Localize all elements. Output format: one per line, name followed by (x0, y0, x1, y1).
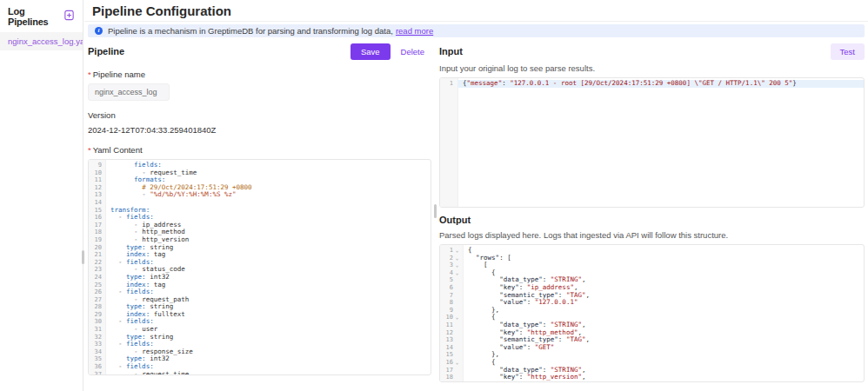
line-number: 29 (89, 311, 105, 319)
pipeline-name-input[interactable]: nginx_access_log (88, 83, 170, 101)
line-number: 16⌄ (440, 359, 463, 367)
fold-arrow-icon[interactable]: ⌄ (454, 262, 460, 269)
version-label: Version (88, 110, 431, 120)
code-line: 15 }, (440, 351, 864, 359)
panel-divider (431, 39, 439, 382)
line-number: 17 (440, 367, 463, 374)
pipeline-name-label-text: Pipeline name (93, 70, 145, 79)
line-number: 13 (89, 191, 105, 199)
line-number: 9 (440, 307, 463, 315)
required-marker: * (88, 70, 91, 79)
line-number: 35 (89, 355, 105, 363)
line-number: 3⌄ (440, 262, 463, 269)
panel-resize-handle[interactable] (434, 204, 437, 218)
pipeline-heading: Pipeline (88, 46, 124, 56)
code-text: [ (463, 262, 864, 269)
code-text: {"message": "127.0.0.1 - root [29/Oct/20… (457, 80, 864, 88)
line-number: 15 (440, 351, 463, 359)
delete-button[interactable]: Delete (394, 43, 431, 60)
line-number: 30 (89, 318, 105, 326)
file-plus-icon (63, 9, 75, 24)
code-text: transform: (105, 207, 431, 215)
required-marker: * (88, 145, 91, 155)
line-number: 32 (89, 334, 105, 341)
line-number: 9 (89, 162, 105, 169)
line-number: 21 (89, 251, 105, 259)
line-number: 17 (89, 222, 105, 229)
code-text: type: string (105, 334, 431, 341)
line-number: 22 (89, 259, 105, 267)
output-editor[interactable]: 1⌄{2⌄ "rows": [3⌄ [4⌄ {5 "data_type": "S… (439, 244, 865, 382)
code-line: 13 - "%d/%b/%Y:%H:%M:%S %z" (89, 191, 431, 199)
output-caption: Parsed logs displayed here. Logs that in… (439, 230, 865, 240)
line-number: 37 (89, 371, 105, 375)
sidebar-header: Log Pipelines (0, 0, 83, 32)
line-number: 16 (89, 214, 105, 222)
line-number: 7 (440, 292, 463, 300)
line-number: 12 (89, 184, 105, 192)
line-number: 11 (440, 321, 463, 329)
yaml-content-label-text: Yaml Content (93, 145, 143, 155)
test-button[interactable]: Test (831, 43, 865, 60)
line-number: 12 (440, 329, 463, 337)
line-number: 1 (440, 80, 457, 88)
line-number: 13 (440, 336, 463, 344)
line-number: 28 (89, 303, 105, 311)
line-number: 6 (440, 284, 463, 292)
fold-arrow-icon[interactable]: ⌄ (454, 359, 460, 367)
output-section-header: Output (439, 210, 865, 229)
line-number: 10⌄ (440, 314, 463, 321)
code-text: }, (463, 307, 864, 315)
input-heading: Input (439, 46, 463, 56)
code-text: }, (463, 351, 864, 359)
new-pipeline-button[interactable] (63, 9, 75, 24)
fold-arrow-icon[interactable]: ⌄ (454, 255, 460, 262)
code-line: 2⌄ "rows": [ (440, 255, 864, 262)
line-number: 27 (89, 296, 105, 304)
line-number: 18 (440, 374, 463, 381)
sidebar-title: Log Pipelines (8, 6, 63, 27)
read-more-link[interactable]: read more (396, 26, 433, 36)
code-line: 37 - request_time (89, 371, 431, 375)
save-button[interactable]: Save (351, 43, 391, 60)
line-number: 8 (440, 299, 463, 307)
code-text: index: fulltext (105, 311, 431, 319)
code-text: "rows": [ (463, 255, 864, 262)
line-number: 1⌄ (440, 247, 463, 255)
line-number: 14 (89, 199, 105, 207)
sidebar-item-nginx-access-log[interactable]: nginx_access_log.yaml (0, 32, 83, 50)
line-number: 10 (89, 169, 105, 177)
line-number: 4⌄ (440, 269, 463, 277)
fold-arrow-icon[interactable]: ⌄ (454, 314, 460, 321)
version-value: 2024-12-12T07:04:33.259401840Z (88, 125, 431, 135)
fold-arrow-icon[interactable]: ⌄ (454, 269, 460, 277)
content-columns: Pipeline Save Delete *Pipeline name ngin… (84, 39, 868, 382)
code-line: 8 "value": "127.0.0.1" (440, 299, 864, 307)
code-line: 1{"message": "127.0.0.1 - root [29/Oct/2… (440, 80, 864, 88)
pipeline-name-label: *Pipeline name (88, 70, 431, 79)
yaml-editor[interactable]: 9 fields:10 - request_time11 formats:12 … (88, 159, 431, 375)
code-text: "value": "GET" (463, 344, 864, 352)
pipeline-actions: Save Delete (351, 43, 431, 60)
line-number: 20 (89, 244, 105, 252)
sidebar-resize-handle[interactable] (82, 250, 84, 264)
code-text: type: int32 (105, 355, 431, 363)
line-number: 33 (89, 341, 105, 348)
input-section-header: Input Test (439, 40, 865, 63)
code-line: 3⌄ [ (440, 262, 864, 269)
line-number: 34 (89, 348, 105, 356)
info-icon: i (95, 27, 103, 35)
code-line: 9 }, (440, 307, 864, 315)
line-number: 24 (89, 274, 105, 282)
pipeline-section-header: Pipeline Save Delete (88, 40, 431, 63)
banner-text: Pipeline is a mechanism in GreptimeDB fo… (108, 26, 433, 36)
code-line: 18 "key": "http_version", (440, 374, 864, 381)
info-banner: i Pipeline is a mechanism in GreptimeDB … (88, 24, 865, 37)
line-number: 26 (89, 288, 105, 296)
code-text: "value": "127.0.0.1" (463, 299, 864, 307)
line-number: 11 (89, 176, 105, 184)
input-editor[interactable]: 1{"message": "127.0.0.1 - root [29/Oct/2… (439, 77, 865, 208)
pipeline-panel: Pipeline Save Delete *Pipeline name ngin… (88, 39, 431, 382)
fold-arrow-icon[interactable]: ⌄ (454, 247, 460, 255)
line-number: 19 (89, 236, 105, 244)
